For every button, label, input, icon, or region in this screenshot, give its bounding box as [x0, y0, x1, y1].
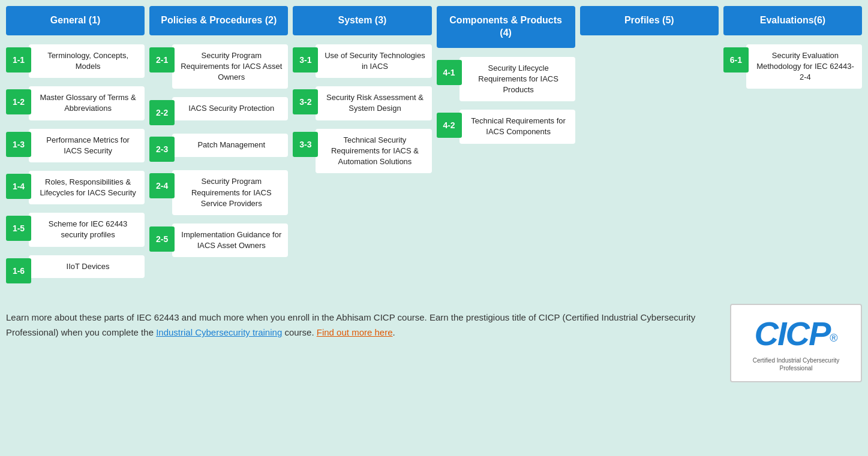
number-badge-1-5: 1-5 — [6, 216, 31, 241]
number-badge-3-2: 3-2 — [293, 89, 318, 114]
column-col6: Evaluations(6)6-1Security Evaluation Met… — [723, 6, 862, 292]
card-content-1-1: Terminology, Concepts, Models — [29, 44, 145, 78]
cicp-subtitle: Certified Industrial Cybersecurity Profe… — [740, 357, 852, 372]
number-badge-2-1: 2-1 — [149, 47, 175, 73]
column-col4: Components & Products (4)4-1Security Lif… — [437, 6, 575, 292]
card-content-1-6: IIoT Devices — [29, 255, 145, 278]
number-badge-6-1: 6-1 — [723, 47, 749, 73]
card-wrapper-1-6: 1-6IIoT Devices — [6, 255, 145, 283]
number-badge-2-3: 2-3 — [149, 137, 175, 162]
card-wrapper-4-1: 4-1Security Lifecycle Requirements for I… — [437, 57, 575, 102]
card-wrapper-1-5: 1-5Scheme for IEC 62443 security profile… — [6, 213, 145, 246]
bottom-section: Learn more about these parts of IEC 6244… — [0, 298, 868, 388]
column-header-col6: Evaluations(6) — [723, 6, 862, 35]
card-content-2-1: Security Program Requirements for IACS A… — [172, 44, 288, 89]
column-header-col4: Components & Products (4) — [437, 6, 575, 48]
number-badge-3-1: 3-1 — [293, 47, 318, 73]
card-content-1-4: Roles, Responsibilities & Lifecycles for… — [29, 171, 145, 204]
card-content-3-1: Use of Security Technologies in IACS — [316, 44, 431, 78]
cicp-logo-text: CICP® — [754, 314, 837, 353]
card-wrapper-2-2: 2-2IACS Security Protection — [149, 97, 288, 125]
number-badge-4-1: 4-1 — [437, 60, 462, 85]
card-wrapper-2-3: 2-3Patch Management — [149, 134, 288, 162]
column-header-col2: Policies & Procedures (2) — [149, 6, 288, 35]
column-col2: Policies & Procedures (2)2-1Security Pro… — [149, 6, 288, 292]
card-content-4-1: Security Lifecycle Requirements for IACS… — [459, 57, 575, 102]
card-content-3-2: Security Risk Assessment & System Design — [316, 86, 431, 120]
card-content-3-3: Technical Security Requirements for IACS… — [316, 129, 431, 174]
card-content-2-3: Patch Management — [172, 134, 288, 156]
column-header-col3: System (3) — [293, 6, 431, 35]
number-badge-4-2: 4-2 — [437, 113, 462, 138]
card-content-1-5: Scheme for IEC 62443 security profiles — [29, 213, 145, 246]
number-badge-1-2: 1-2 — [6, 89, 31, 114]
number-badge-3-3: 3-3 — [293, 132, 318, 157]
card-content-1-2: Master Glossary of Terms & Abbreviations — [29, 86, 145, 120]
card-content-4-2: Technical Requirements for IACS Componen… — [459, 110, 575, 143]
card-wrapper-2-4: 2-4Security Program Requirements for IAC… — [149, 170, 288, 215]
card-wrapper-2-1: 2-1Security Program Requirements for IAC… — [149, 44, 288, 89]
number-badge-2-5: 2-5 — [149, 227, 175, 252]
number-badge-2-4: 2-4 — [149, 173, 175, 198]
cicp-logo-box: CICP®Certified Industrial Cybersecurity … — [730, 304, 862, 382]
card-content-6-1: Security Evaluation Methodology for IEC … — [746, 44, 862, 89]
number-badge-1-4: 1-4 — [6, 174, 31, 199]
card-wrapper-3-2: 3-2Security Risk Assessment & System Des… — [293, 86, 431, 120]
card-content-2-5: Implementation Guidance for IACS Asset O… — [172, 224, 288, 257]
card-content-2-4: Security Program Requirements for IACS S… — [172, 170, 288, 215]
card-wrapper-1-4: 1-4Roles, Responsibilities & Lifecycles … — [6, 171, 145, 204]
card-wrapper-2-5: 2-5Implementation Guidance for IACS Asse… — [149, 224, 288, 257]
column-col3: System (3)3-1Use of Security Technologie… — [293, 6, 431, 292]
card-wrapper-4-2: 4-2Technical Requirements for IACS Compo… — [437, 110, 575, 143]
card-wrapper-6-1: 6-1Security Evaluation Methodology for I… — [723, 44, 862, 89]
card-wrapper-1-2: 1-2Master Glossary of Terms & Abbreviati… — [6, 86, 145, 120]
find-out-more-link[interactable]: Find out more here — [317, 327, 393, 337]
column-col1: General (1)1-1Terminology, Concepts, Mod… — [6, 6, 145, 292]
number-badge-1-1: 1-1 — [6, 47, 31, 73]
cicp-course-link[interactable]: Industrial Cybersecurity training — [156, 327, 282, 337]
card-wrapper-1-3: 1-3Performance Metrics for IACS Security — [6, 129, 145, 162]
card-content-2-2: IACS Security Protection — [172, 97, 288, 120]
number-badge-1-6: 1-6 — [6, 258, 31, 283]
bottom-text-block: Learn more about these parts of IEC 6244… — [6, 304, 718, 382]
column-header-col5: Profiles (5) — [580, 6, 719, 35]
card-wrapper-1-1: 1-1Terminology, Concepts, Models — [6, 44, 145, 78]
number-badge-2-2: 2-2 — [149, 100, 175, 125]
number-badge-1-3: 1-3 — [6, 132, 31, 157]
card-wrapper-3-1: 3-1Use of Security Technologies in IACS — [293, 44, 431, 78]
card-content-1-3: Performance Metrics for IACS Security — [29, 129, 145, 162]
column-header-col1: General (1) — [6, 6, 145, 35]
card-wrapper-3-3: 3-3Technical Security Requirements for I… — [293, 129, 431, 174]
column-col5: Profiles (5) — [580, 6, 719, 292]
